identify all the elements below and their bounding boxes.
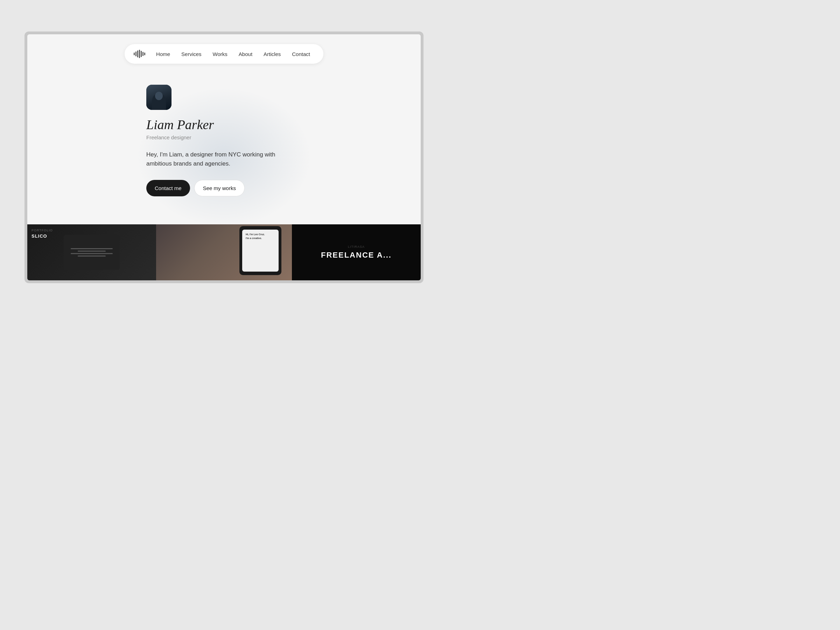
- screen-line-4: [78, 256, 106, 257]
- waveform-icon: [134, 50, 145, 58]
- screen-line-2: [78, 251, 106, 252]
- wave-bar-7: [144, 52, 145, 55]
- logo-icon[interactable]: [133, 47, 145, 60]
- avatar-image: [146, 85, 172, 110]
- hero-bio: Hey, I'm Liam, a designer from NYC worki…: [146, 150, 279, 169]
- portfolio-card-1-meta: PORTFOLIO SLICO: [32, 229, 53, 239]
- tablet-sub: I'm a creative.: [246, 237, 275, 239]
- hero-section: Liam Parker Freelance designer Hey, I'm …: [27, 64, 421, 217]
- hero-name: Liam Parker: [146, 117, 214, 132]
- screen-mockup: [64, 235, 120, 270]
- monitor-screen: Home Services Works About Articles Conta…: [27, 34, 421, 280]
- see-works-button[interactable]: See my works: [194, 180, 245, 196]
- portfolio-card-3-label: LITIRASA: [321, 245, 392, 248]
- portfolio-card-3[interactable]: LITIRASA FREELANCE A...: [292, 224, 421, 280]
- nav-works[interactable]: Works: [208, 48, 232, 60]
- nav-home[interactable]: Home: [151, 48, 175, 60]
- wave-bar-4: [139, 50, 140, 58]
- wave-bar-1: [134, 52, 135, 55]
- portfolio-card-3-title: FREELANCE A...: [321, 251, 392, 260]
- nav-about[interactable]: About: [234, 48, 257, 60]
- navbar: Home Services Works About Articles Conta…: [27, 34, 421, 64]
- wave-bar-2: [136, 51, 136, 56]
- contact-me-button[interactable]: Contact me: [146, 180, 190, 196]
- nav-services[interactable]: Services: [177, 48, 207, 60]
- wave-bar-3: [137, 51, 138, 57]
- hero-title: Freelance designer: [146, 134, 191, 141]
- portfolio-card-3-content: LITIRASA FREELANCE A...: [321, 245, 392, 260]
- avatar: [146, 85, 172, 110]
- tablet-screen: Hi, I'm Leo Cruz. I'm a creative.: [242, 230, 279, 272]
- tablet-mockup: Hi, I'm Leo Cruz. I'm a creative.: [239, 226, 281, 275]
- portfolio-card-2[interactable]: Hi, I'm Leo Cruz. I'm a creative.: [156, 224, 292, 280]
- monitor-frame: Home Services Works About Articles Conta…: [25, 32, 423, 283]
- nav-contact[interactable]: Contact: [287, 48, 315, 60]
- screen-line-3: [71, 253, 113, 254]
- nav-articles[interactable]: Articles: [259, 48, 286, 60]
- portfolio-strip: PORTFOLIO SLICO Hi, I'm Leo Cruz. I'm a …: [27, 224, 421, 280]
- nav-links: Home Services Works About Articles Conta…: [151, 48, 315, 60]
- portfolio-card-1[interactable]: PORTFOLIO SLICO: [27, 224, 156, 280]
- tablet-greeting: Hi, I'm Leo Cruz.: [246, 233, 275, 235]
- wave-bar-6: [142, 52, 144, 56]
- hero-buttons: Contact me See my works: [146, 180, 245, 196]
- wave-bar-5: [141, 51, 142, 57]
- portfolio-card-1-label: PORTFOLIO: [32, 229, 53, 232]
- nav-container: Home Services Works About Articles Conta…: [125, 44, 324, 64]
- screen-line-1: [71, 248, 113, 249]
- portfolio-card-1-title: SLICO: [32, 234, 53, 239]
